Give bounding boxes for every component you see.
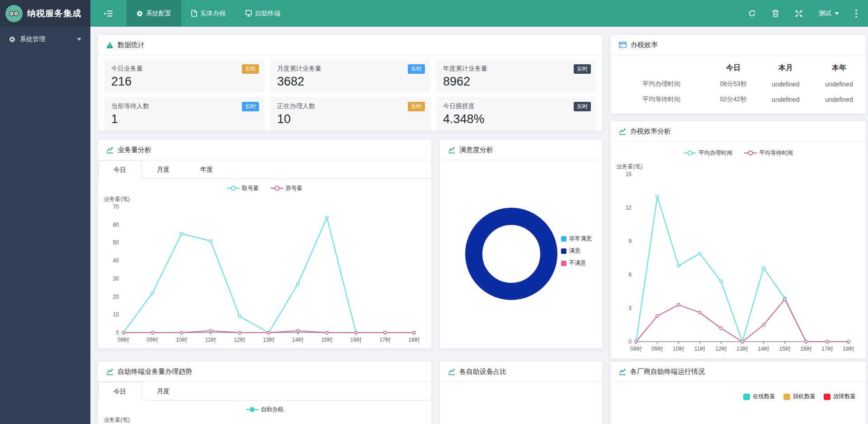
legend-item[interactable]: 不满意 <box>561 259 592 267</box>
chart-legend: 自助办税 <box>98 405 431 414</box>
tab-今日[interactable]: 今日 <box>98 160 142 179</box>
user-dropdown[interactable]: 测试 <box>819 10 839 18</box>
volume-chart-area: 取号量弃号量 业务量(笔)01020304050607008时09时10时11时… <box>98 179 431 348</box>
card-title: 数据统计 <box>118 41 145 49</box>
chart-legend: 平均办理时间平均等待时间 <box>611 148 866 158</box>
card-header: 各自助设备占比 <box>440 362 602 382</box>
legend-item[interactable]: 取号量 <box>227 185 259 192</box>
legend-label: 弃号量 <box>286 185 303 192</box>
nav-item-system-config[interactable]: 系统配置 <box>127 0 181 27</box>
app-logo: 纳税服务集成 <box>0 0 90 27</box>
efficiency-chart-area: 平均办理时间平均等待时间 业务量(笔)0369121508时09时10时11时1… <box>611 142 866 358</box>
legend-item[interactable]: 非常满意 <box>561 235 592 243</box>
card-header: 办税效率分析 <box>611 121 866 142</box>
efficiency-table: 今日本月本年平均办理时间06分53秒undefinedundefined平均等待… <box>611 60 866 107</box>
svg-text:08时: 08时 <box>630 346 642 352</box>
stat-card: 今日业务量216实时 <box>104 60 264 93</box>
card-title: 自助终端业务量办理趋势 <box>118 367 192 376</box>
legend-swatch <box>824 394 830 400</box>
svg-text:14时: 14时 <box>758 346 769 352</box>
line-chart-icon <box>448 368 455 375</box>
stat-card: 今日拥挤度4.348%实时 <box>436 97 596 130</box>
avatar <box>5 5 23 22</box>
legend-item[interactable]: 平均办理时间 <box>684 149 732 157</box>
satisfaction-analysis-card: 满意度分析 非常满意满意不满意 <box>439 139 603 348</box>
row-label: 平均办理时间 <box>611 76 708 92</box>
fullscreen-expand-icon <box>795 10 802 17</box>
donut-legend: 非常满意满意不满意 <box>561 235 592 267</box>
data-statistics-card: 数据统计 今日业务量216实时月度累计业务量3682实时年度累计业务量8962实… <box>98 34 603 131</box>
navbar-actions: 测试 <box>748 0 868 27</box>
sidebar-toggle-button[interactable] <box>90 0 127 27</box>
legend-item[interactable]: 满意 <box>561 247 592 255</box>
svg-text:12: 12 <box>626 205 632 211</box>
column-header: 今日 <box>708 60 759 76</box>
tab-年度[interactable]: 年度 <box>185 160 228 178</box>
legend-item[interactable]: 在线数量 <box>743 393 775 400</box>
user-name: 测试 <box>819 10 831 18</box>
svg-text:10时: 10时 <box>176 337 187 343</box>
legend-item[interactable]: 故障数量 <box>824 393 856 400</box>
glasses-avatar-icon <box>8 8 20 19</box>
cell-value: undefined <box>759 92 812 107</box>
legend-marker-icon <box>684 150 696 156</box>
sidebar-item-label: 系统管理 <box>20 35 45 43</box>
refresh-button[interactable] <box>748 10 756 17</box>
svg-text:17时: 17时 <box>379 337 391 343</box>
stat-label: 今日拥挤度 <box>443 102 589 110</box>
chart-legend: 取号量弃号量 <box>98 183 431 193</box>
legend-label: 在线数量 <box>753 393 775 400</box>
chevron-down-icon <box>835 12 839 15</box>
realtime-badge: 实时 <box>408 64 425 74</box>
svg-text:08时: 08时 <box>118 337 129 343</box>
svg-text:11时: 11时 <box>205 337 216 343</box>
cell-value: undefined <box>812 76 866 92</box>
legend-swatch <box>783 394 790 400</box>
svg-text:18时: 18时 <box>408 337 420 343</box>
legend-label: 非常满意 <box>569 235 592 243</box>
line-chart-icon <box>106 368 113 375</box>
card-title: 业务量分析 <box>118 146 151 154</box>
cell-value: 06分53秒 <box>708 76 759 92</box>
legend-item[interactable]: 平均等待时间 <box>744 149 793 157</box>
row-label: 平均等待时间 <box>611 92 708 107</box>
legend-label: 脱机数量 <box>793 393 816 400</box>
legend-swatch <box>561 248 566 254</box>
stat-label: 年度累计业务量 <box>443 65 589 73</box>
stat-value: 216 <box>111 75 257 89</box>
svg-text:13时: 13时 <box>263 337 274 343</box>
top-navbar: 纳税服务集成 系统配置 实体办税 自助终端 <box>0 0 868 27</box>
legend-label: 取号量 <box>242 185 259 192</box>
svg-text:0: 0 <box>116 329 119 336</box>
fullscreen-button[interactable] <box>795 10 802 17</box>
svg-text:70: 70 <box>113 204 119 210</box>
svg-text:15时: 15时 <box>321 337 332 343</box>
legend-item[interactable]: 自助办税 <box>246 406 283 414</box>
stat-value: 10 <box>277 112 423 126</box>
stat-card: 月度累计业务量3682实时 <box>270 60 430 93</box>
legend-label: 平均等待时间 <box>759 149 793 157</box>
svg-text:60: 60 <box>113 222 119 228</box>
legend-label: 平均办理时间 <box>698 149 732 157</box>
legend-marker-icon <box>246 407 259 412</box>
more-menu-button[interactable] <box>855 10 857 18</box>
nav-item-entity-tax[interactable]: 实体办税 <box>181 0 236 27</box>
clear-cache-button[interactable] <box>772 10 779 17</box>
svg-text:10: 10 <box>113 311 119 318</box>
sidebar-item-system-management[interactable]: 系统管理 <box>0 27 90 52</box>
realtime-badge: 实时 <box>408 102 425 111</box>
tab-月度[interactable]: 月度 <box>142 160 185 178</box>
tab-今日[interactable]: 今日 <box>98 382 142 400</box>
svg-text:业务量(笔): 业务量(笔) <box>616 163 642 170</box>
legend-item[interactable]: 脱机数量 <box>783 393 816 400</box>
cell-value: undefined <box>812 92 866 107</box>
legend-item[interactable]: 弃号量 <box>271 185 303 192</box>
stat-value: 8962 <box>443 75 589 89</box>
nav-item-self-terminal[interactable]: 自助终端 <box>236 0 290 27</box>
svg-text:10时: 10时 <box>673 346 684 352</box>
stat-value: 4.348% <box>443 112 589 126</box>
line-chart-icon <box>619 368 626 375</box>
line-chart-icon <box>106 146 113 153</box>
tab-月度[interactable]: 月度 <box>142 382 185 400</box>
line-chart: 业务量(笔) <box>102 416 428 424</box>
